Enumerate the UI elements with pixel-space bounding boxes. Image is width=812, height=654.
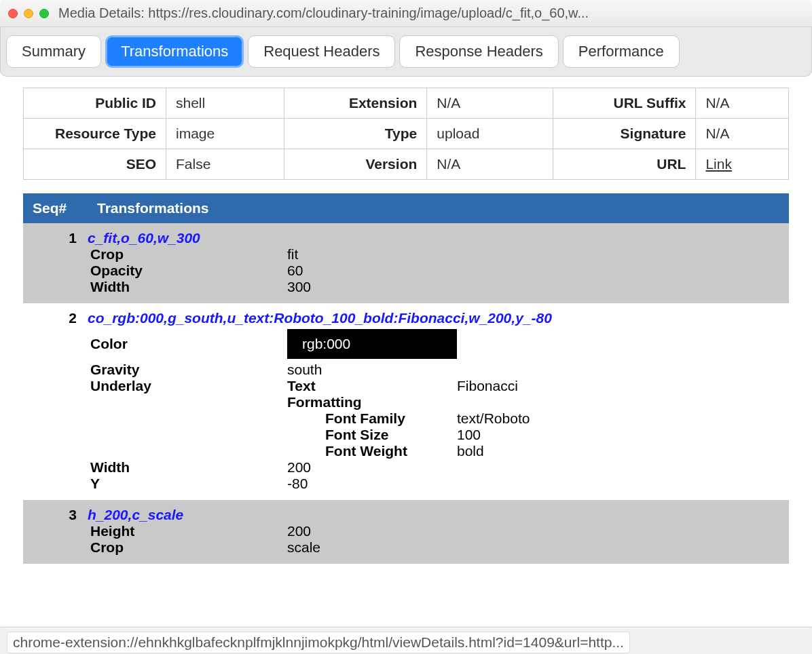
param-value-gravity: south [287,362,322,378]
param-value-opacity: 60 [287,263,303,279]
status-bar: chrome-extension://ehnkhkglbafecknplfmjk… [0,627,812,654]
param-label-formatting: Formatting [287,394,789,410]
tab-summary[interactable]: Summary [6,35,101,68]
tab-transformations[interactable]: Transformations [105,35,244,68]
param-value-font-family: text/Roboto [457,410,530,427]
value-resource-type: image [166,119,284,149]
window-titlebar: Media Details: https://res.cloudinary.co… [0,0,812,27]
tab-request-headers[interactable]: Request Headers [248,35,395,68]
param-value-font-weight: bold [457,443,484,459]
param-value-font-size: 100 [457,427,481,443]
transformation-row: 1 c_fit,o_60,w_300 Cropfit Opacity60 Wid… [23,223,789,303]
header-transformations: Transformations [88,193,789,223]
param-label-crop: Crop [88,539,287,556]
value-url: Link [696,149,789,180]
param-label-color: Color [88,336,287,352]
tab-bar: Summary Transformations Request Headers … [0,27,812,77]
param-label-gravity: Gravity [88,362,287,378]
value-seo: False [166,149,284,180]
label-type: Type [284,119,427,149]
seq-number: 2 [23,303,88,500]
value-signature: N/A [696,119,789,149]
header-seq: Seq# [23,193,88,223]
param-label-width: Width [88,459,287,476]
param-label-font-weight: Font Weight [88,443,457,459]
value-extension: N/A [427,88,553,119]
label-seo: SEO [24,149,166,180]
transformation-row: 2 co_rgb:000,g_south,u_text:Roboto_100_b… [23,303,789,500]
content-area: Public ID shell Extension N/A URL Suffix… [0,77,812,564]
label-version: Version [284,149,427,180]
transformation-string-link[interactable]: co_rgb:000,g_south,u_text:Roboto_100_bol… [88,310,789,326]
param-value-height: 200 [287,523,311,539]
value-type: upload [427,119,553,149]
tab-performance[interactable]: Performance [563,35,680,68]
label-extension: Extension [284,88,427,119]
transformations-header-row: Seq# Transformations [23,193,789,223]
param-value-width: 300 [287,279,311,295]
label-signature: Signature [553,119,696,149]
param-label-underlay: Underlay [88,378,287,410]
label-url-suffix: URL Suffix [553,88,696,119]
color-chip: rgb:000 [287,329,457,359]
param-value-text: Fibonacci [457,378,518,394]
param-label-font-size: Font Size [88,427,457,443]
param-label-height: Height [88,523,287,539]
transformations-table: Seq# Transformations 1 c_fit,o_60,w_300 … [23,193,789,564]
label-resource-type: Resource Type [24,119,166,149]
value-url-suffix: N/A [696,88,789,119]
param-value-crop: scale [287,539,320,556]
param-label-opacity: Opacity [88,263,287,279]
param-value-y: -80 [287,476,308,492]
value-public-id: shell [166,88,284,119]
param-label-y: Y [88,476,287,492]
label-url: URL [553,149,696,180]
tab-response-headers[interactable]: Response Headers [399,35,558,68]
transformation-string-link[interactable]: h_200,c_scale [88,507,789,523]
seq-number: 1 [23,223,88,303]
close-window-button[interactable] [8,9,18,18]
zoom-window-button[interactable] [39,9,49,18]
window-title: Media Details: https://res.cloudinary.co… [58,5,804,21]
url-link[interactable]: Link [705,156,732,172]
minimize-window-button[interactable] [24,9,33,18]
param-label-crop: Crop [88,246,287,263]
param-label-font-family: Font Family [88,410,457,427]
param-label-text: Text [287,378,457,394]
param-value-crop: fit [287,246,298,263]
transformation-row: 3 h_200,c_scale Height200 Cropscale [23,500,789,564]
param-label-width: Width [88,279,287,295]
value-version: N/A [427,149,553,180]
transformation-string-link[interactable]: c_fit,o_60,w_300 [88,230,789,246]
seq-number: 3 [23,500,88,564]
label-public-id: Public ID [24,88,166,119]
status-bar-url: chrome-extension://ehnkhkglbafecknplfmjk… [7,632,630,653]
param-value-width: 200 [287,459,311,476]
media-info-grid: Public ID shell Extension N/A URL Suffix… [23,88,789,180]
window-controls [8,9,49,18]
